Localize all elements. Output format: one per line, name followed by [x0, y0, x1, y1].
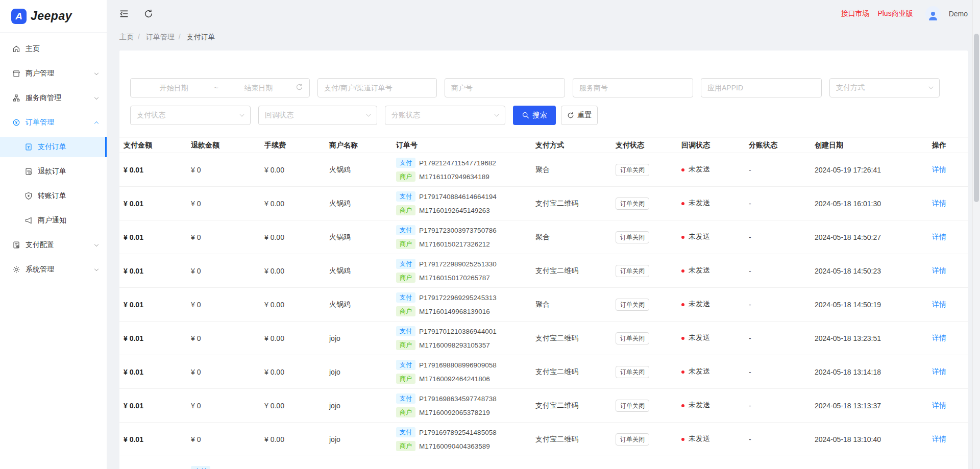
- plus-edition-link[interactable]: Plus商业版: [877, 9, 913, 18]
- order-numbers: 支付 P1791722989025251330 商户 M171601501702…: [392, 254, 531, 288]
- breadcrumb-home[interactable]: 主页: [119, 33, 134, 41]
- merchant-name: jojo: [325, 389, 392, 423]
- detail-link[interactable]: 详情: [932, 334, 946, 342]
- fee: ¥ 0.00: [260, 423, 325, 456]
- detail-link[interactable]: 详情: [932, 367, 946, 376]
- detail-link[interactable]: 详情: [932, 300, 946, 308]
- refund-amount: ¥ 0: [187, 153, 260, 187]
- detail-link[interactable]: 详情: [932, 233, 946, 241]
- red-dot-icon: [681, 168, 684, 171]
- sidebar-item-merchant-notice[interactable]: 商户通知: [0, 210, 107, 231]
- refund-amount: ¥ 0: [187, 288, 260, 322]
- reset-button[interactable]: 重置: [561, 106, 598, 125]
- pay-way: 支付宝二维码: [531, 423, 611, 456]
- created-date: 2024-05-18 14:50:27: [811, 220, 928, 254]
- order-state-tag: 订单关闭: [616, 198, 649, 210]
- sidebar-menu: 主页 商户管理 服务商管理 订单管理: [0, 33, 107, 280]
- detail-link[interactable]: 详情: [932, 165, 946, 174]
- detail-link[interactable]: 详情: [932, 199, 946, 207]
- app-root: A Jeepay 主页 商户管理 服务商管理: [0, 0, 980, 469]
- pay-amount: ¥ 0.01: [124, 334, 143, 342]
- red-dot-icon: [681, 371, 684, 374]
- notify-state: 未发送: [677, 322, 745, 355]
- sidebar-item-label: 支付订单: [38, 142, 97, 152]
- pay-order-no: P1791723003973750786: [419, 227, 497, 234]
- reset-icon: [567, 112, 574, 119]
- scrollbar-thumb[interactable]: [974, 34, 979, 202]
- sidebar-item-label: 主页: [26, 44, 99, 54]
- chevron-up-icon: [94, 121, 99, 126]
- home-icon: [12, 45, 20, 53]
- app-id-input[interactable]: [707, 84, 815, 92]
- sidebar-item-label: 系统管理: [26, 265, 94, 274]
- refund-amount: ¥ 0: [187, 389, 260, 423]
- pay-order-no: P1791701210386944001: [419, 328, 497, 335]
- isv-no-input[interactable]: [579, 84, 687, 92]
- start-date-input[interactable]: [137, 84, 211, 92]
- merchant-order-no: M17160150217326212: [419, 240, 490, 248]
- fee: ¥ 0.00: [260, 389, 325, 423]
- merchant-name: 火锅鸡: [325, 254, 392, 288]
- sidebar-item-order-mgmt[interactable]: 订单管理: [0, 112, 107, 133]
- notify-state-select[interactable]: 回调状态: [258, 106, 377, 125]
- swap-range-icon: [296, 83, 303, 92]
- merchant-order-tag: 商户: [396, 273, 415, 283]
- order-numbers: 支付 P1791722969295245313 商户 M171601499681…: [392, 288, 531, 322]
- sidebar-item-refund-orders[interactable]: 退款订单: [0, 161, 107, 182]
- sidebar-item-isv-mgmt[interactable]: 服务商管理: [0, 88, 107, 108]
- app-id-field[interactable]: [701, 78, 822, 97]
- division-state: -: [745, 322, 811, 355]
- cluster-icon: [12, 94, 20, 102]
- pay-amount: ¥ 0.01: [124, 301, 143, 309]
- division-state-select[interactable]: 分账状态: [385, 106, 505, 125]
- pay-state-select[interactable]: 支付状态: [130, 106, 251, 125]
- table-header-row: 支付金额 退款金额 手续费 商户名称 订单号 支付方式 支付状态 回调状态 分账…: [119, 138, 968, 153]
- user-avatar[interactable]: [925, 6, 941, 21]
- menu-fold-icon[interactable]: [119, 9, 129, 18]
- brand-logo[interactable]: A Jeepay: [0, 0, 107, 33]
- notify-state: 未发送: [677, 220, 745, 254]
- api-market-link[interactable]: 接口市场: [841, 9, 869, 18]
- sidebar-item-home[interactable]: 主页: [0, 39, 107, 59]
- end-date-input[interactable]: [222, 84, 296, 92]
- pay-way: 支付宝二维码: [531, 389, 611, 423]
- red-dot-icon: [681, 236, 684, 239]
- col-merchant-name: 商户名称: [325, 138, 392, 153]
- username[interactable]: Demo: [949, 10, 968, 18]
- search-button[interactable]: 搜索: [513, 106, 556, 125]
- refund-amount: ¥ 0: [187, 423, 260, 456]
- merchant-no-input[interactable]: [451, 84, 558, 92]
- notify-state: 未发送: [677, 153, 745, 187]
- pay-way: 聚合: [531, 153, 611, 187]
- main-area: 接口市场 Plus商业版 Demo 主页/ 订单管理/ 支付订单 ~: [107, 0, 980, 469]
- notify-state: 未发送: [677, 288, 745, 322]
- date-range-separator: ~: [211, 84, 221, 92]
- col-actions: 操作: [928, 138, 968, 153]
- order-no-field[interactable]: [317, 78, 437, 97]
- fee: ¥ 0.00: [260, 322, 325, 355]
- pay-way: 支付宝二维码: [531, 355, 611, 389]
- sidebar-item-merchant-mgmt[interactable]: 商户管理: [0, 63, 107, 84]
- sidebar-item-transfer-orders[interactable]: 转账订单: [0, 186, 107, 206]
- detail-link[interactable]: 详情: [932, 435, 946, 443]
- fee: ¥ 0.00: [260, 187, 325, 220]
- sidebar: A Jeepay 主页 商户管理 服务商管理: [0, 0, 107, 469]
- order-state-tag: 订单关闭: [616, 265, 649, 277]
- order-no-input[interactable]: [324, 84, 430, 92]
- date-range-picker[interactable]: ~: [130, 78, 310, 97]
- pay-way-select[interactable]: 支付方式: [829, 78, 940, 97]
- merchant-order-no: M17160192645149263: [419, 207, 490, 214]
- isv-no-field[interactable]: [573, 78, 693, 97]
- sidebar-item-pay-orders[interactable]: 支付订单: [0, 137, 107, 157]
- reload-icon[interactable]: [144, 9, 153, 18]
- breadcrumb-order-mgmt[interactable]: 订单管理: [146, 33, 175, 41]
- vertical-scrollbar[interactable]: [972, 0, 980, 469]
- merchant-no-field[interactable]: [445, 78, 565, 97]
- sidebar-item-pay-config[interactable]: 支付配置: [0, 235, 107, 255]
- order-numbers: 支付 P1791698808996909058 商户 M171600924642…: [392, 355, 531, 389]
- sidebar-item-label: 订单管理: [26, 118, 94, 127]
- detail-link[interactable]: 详情: [932, 401, 946, 409]
- detail-link[interactable]: 详情: [932, 266, 946, 275]
- transfer-icon: [24, 192, 33, 200]
- sidebar-item-system-mgmt[interactable]: 系统管理: [0, 259, 107, 280]
